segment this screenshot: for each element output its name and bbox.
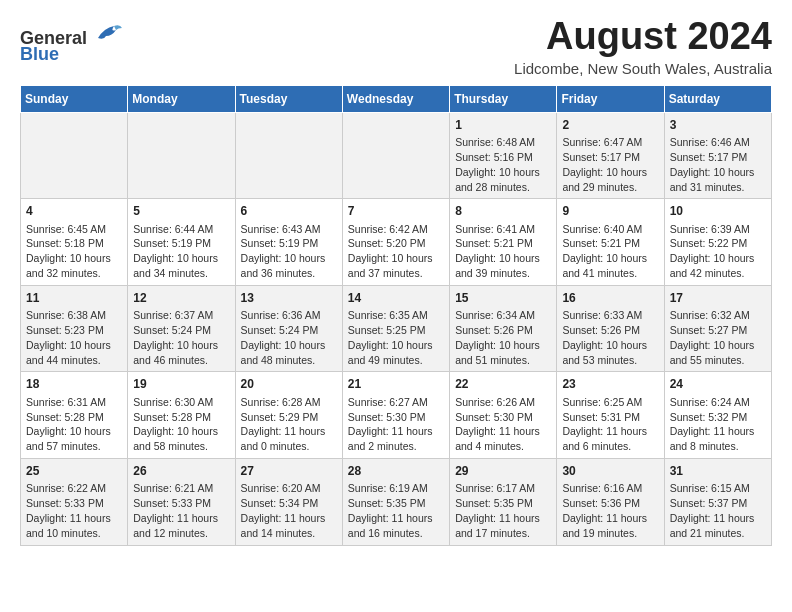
day-header-thursday: Thursday xyxy=(450,85,557,112)
day-number: 8 xyxy=(455,203,551,219)
day-number: 6 xyxy=(241,203,337,219)
day-number: 25 xyxy=(26,463,122,479)
day-number: 21 xyxy=(348,376,444,392)
day-number: 14 xyxy=(348,290,444,306)
day-info: Sunrise: 6:45 AM Sunset: 5:18 PM Dayligh… xyxy=(26,223,111,280)
day-number: 5 xyxy=(133,203,229,219)
day-info: Sunrise: 6:35 AM Sunset: 5:25 PM Dayligh… xyxy=(348,309,433,366)
calendar-cell xyxy=(235,112,342,199)
calendar-cell: 7Sunrise: 6:42 AM Sunset: 5:20 PM Daylig… xyxy=(342,199,449,286)
calendar-cell: 14Sunrise: 6:35 AM Sunset: 5:25 PM Dayli… xyxy=(342,285,449,372)
week-row-5: 25Sunrise: 6:22 AM Sunset: 5:33 PM Dayli… xyxy=(21,459,772,546)
day-number: 10 xyxy=(670,203,766,219)
day-number: 1 xyxy=(455,117,551,133)
calendar-cell: 17Sunrise: 6:32 AM Sunset: 5:27 PM Dayli… xyxy=(664,285,771,372)
logo-bird-icon xyxy=(94,20,122,44)
day-number: 30 xyxy=(562,463,658,479)
day-info: Sunrise: 6:37 AM Sunset: 5:24 PM Dayligh… xyxy=(133,309,218,366)
day-info: Sunrise: 6:41 AM Sunset: 5:21 PM Dayligh… xyxy=(455,223,540,280)
day-info: Sunrise: 6:20 AM Sunset: 5:34 PM Dayligh… xyxy=(241,482,326,539)
day-number: 3 xyxy=(670,117,766,133)
day-info: Sunrise: 6:32 AM Sunset: 5:27 PM Dayligh… xyxy=(670,309,755,366)
day-number: 12 xyxy=(133,290,229,306)
calendar-cell: 18Sunrise: 6:31 AM Sunset: 5:28 PM Dayli… xyxy=(21,372,128,459)
day-number: 4 xyxy=(26,203,122,219)
day-number: 11 xyxy=(26,290,122,306)
day-header-saturday: Saturday xyxy=(664,85,771,112)
day-number: 19 xyxy=(133,376,229,392)
calendar-cell: 25Sunrise: 6:22 AM Sunset: 5:33 PM Dayli… xyxy=(21,459,128,546)
day-header-tuesday: Tuesday xyxy=(235,85,342,112)
month-title: August 2024 xyxy=(514,16,772,58)
week-row-3: 11Sunrise: 6:38 AM Sunset: 5:23 PM Dayli… xyxy=(21,285,772,372)
header: General Blue August 2024 Lidcombe, New S… xyxy=(20,16,772,77)
calendar-cell: 2Sunrise: 6:47 AM Sunset: 5:17 PM Daylig… xyxy=(557,112,664,199)
calendar-cell: 13Sunrise: 6:36 AM Sunset: 5:24 PM Dayli… xyxy=(235,285,342,372)
day-info: Sunrise: 6:28 AM Sunset: 5:29 PM Dayligh… xyxy=(241,396,326,453)
calendar-cell: 28Sunrise: 6:19 AM Sunset: 5:35 PM Dayli… xyxy=(342,459,449,546)
calendar-cell: 15Sunrise: 6:34 AM Sunset: 5:26 PM Dayli… xyxy=(450,285,557,372)
day-number: 23 xyxy=(562,376,658,392)
calendar-cell: 20Sunrise: 6:28 AM Sunset: 5:29 PM Dayli… xyxy=(235,372,342,459)
calendar-cell: 26Sunrise: 6:21 AM Sunset: 5:33 PM Dayli… xyxy=(128,459,235,546)
calendar-cell: 19Sunrise: 6:30 AM Sunset: 5:28 PM Dayli… xyxy=(128,372,235,459)
day-number: 18 xyxy=(26,376,122,392)
day-info: Sunrise: 6:25 AM Sunset: 5:31 PM Dayligh… xyxy=(562,396,647,453)
calendar-cell: 4Sunrise: 6:45 AM Sunset: 5:18 PM Daylig… xyxy=(21,199,128,286)
calendar-cell: 31Sunrise: 6:15 AM Sunset: 5:37 PM Dayli… xyxy=(664,459,771,546)
day-number: 7 xyxy=(348,203,444,219)
day-info: Sunrise: 6:39 AM Sunset: 5:22 PM Dayligh… xyxy=(670,223,755,280)
day-info: Sunrise: 6:31 AM Sunset: 5:28 PM Dayligh… xyxy=(26,396,111,453)
day-info: Sunrise: 6:48 AM Sunset: 5:16 PM Dayligh… xyxy=(455,136,540,193)
calendar-cell: 23Sunrise: 6:25 AM Sunset: 5:31 PM Dayli… xyxy=(557,372,664,459)
day-info: Sunrise: 6:42 AM Sunset: 5:20 PM Dayligh… xyxy=(348,223,433,280)
day-header-monday: Monday xyxy=(128,85,235,112)
day-info: Sunrise: 6:30 AM Sunset: 5:28 PM Dayligh… xyxy=(133,396,218,453)
calendar-cell xyxy=(342,112,449,199)
calendar-cell: 8Sunrise: 6:41 AM Sunset: 5:21 PM Daylig… xyxy=(450,199,557,286)
calendar-cell: 22Sunrise: 6:26 AM Sunset: 5:30 PM Dayli… xyxy=(450,372,557,459)
calendar-cell: 11Sunrise: 6:38 AM Sunset: 5:23 PM Dayli… xyxy=(21,285,128,372)
day-info: Sunrise: 6:24 AM Sunset: 5:32 PM Dayligh… xyxy=(670,396,755,453)
day-number: 2 xyxy=(562,117,658,133)
day-number: 28 xyxy=(348,463,444,479)
calendar-cell: 21Sunrise: 6:27 AM Sunset: 5:30 PM Dayli… xyxy=(342,372,449,459)
day-info: Sunrise: 6:15 AM Sunset: 5:37 PM Dayligh… xyxy=(670,482,755,539)
calendar-cell: 5Sunrise: 6:44 AM Sunset: 5:19 PM Daylig… xyxy=(128,199,235,286)
calendar-table: SundayMondayTuesdayWednesdayThursdayFrid… xyxy=(20,85,772,546)
title-area: August 2024 Lidcombe, New South Wales, A… xyxy=(514,16,772,77)
day-header-sunday: Sunday xyxy=(21,85,128,112)
calendar-cell: 12Sunrise: 6:37 AM Sunset: 5:24 PM Dayli… xyxy=(128,285,235,372)
day-info: Sunrise: 6:16 AM Sunset: 5:36 PM Dayligh… xyxy=(562,482,647,539)
week-row-2: 4Sunrise: 6:45 AM Sunset: 5:18 PM Daylig… xyxy=(21,199,772,286)
day-number: 17 xyxy=(670,290,766,306)
day-number: 16 xyxy=(562,290,658,306)
day-number: 31 xyxy=(670,463,766,479)
day-number: 26 xyxy=(133,463,229,479)
day-header-friday: Friday xyxy=(557,85,664,112)
day-info: Sunrise: 6:21 AM Sunset: 5:33 PM Dayligh… xyxy=(133,482,218,539)
day-info: Sunrise: 6:46 AM Sunset: 5:17 PM Dayligh… xyxy=(670,136,755,193)
logo-blue-text: Blue xyxy=(20,44,59,64)
day-number: 15 xyxy=(455,290,551,306)
day-number: 9 xyxy=(562,203,658,219)
header-row: SundayMondayTuesdayWednesdayThursdayFrid… xyxy=(21,85,772,112)
day-info: Sunrise: 6:36 AM Sunset: 5:24 PM Dayligh… xyxy=(241,309,326,366)
day-info: Sunrise: 6:38 AM Sunset: 5:23 PM Dayligh… xyxy=(26,309,111,366)
day-number: 27 xyxy=(241,463,337,479)
location-subtitle: Lidcombe, New South Wales, Australia xyxy=(514,60,772,77)
day-info: Sunrise: 6:22 AM Sunset: 5:33 PM Dayligh… xyxy=(26,482,111,539)
calendar-cell: 6Sunrise: 6:43 AM Sunset: 5:19 PM Daylig… xyxy=(235,199,342,286)
logo: General Blue xyxy=(20,20,122,65)
day-info: Sunrise: 6:40 AM Sunset: 5:21 PM Dayligh… xyxy=(562,223,647,280)
day-info: Sunrise: 6:44 AM Sunset: 5:19 PM Dayligh… xyxy=(133,223,218,280)
calendar-cell: 27Sunrise: 6:20 AM Sunset: 5:34 PM Dayli… xyxy=(235,459,342,546)
calendar-cell: 24Sunrise: 6:24 AM Sunset: 5:32 PM Dayli… xyxy=(664,372,771,459)
day-number: 20 xyxy=(241,376,337,392)
day-number: 13 xyxy=(241,290,337,306)
day-info: Sunrise: 6:27 AM Sunset: 5:30 PM Dayligh… xyxy=(348,396,433,453)
day-number: 29 xyxy=(455,463,551,479)
day-info: Sunrise: 6:47 AM Sunset: 5:17 PM Dayligh… xyxy=(562,136,647,193)
day-info: Sunrise: 6:26 AM Sunset: 5:30 PM Dayligh… xyxy=(455,396,540,453)
calendar-cell xyxy=(21,112,128,199)
